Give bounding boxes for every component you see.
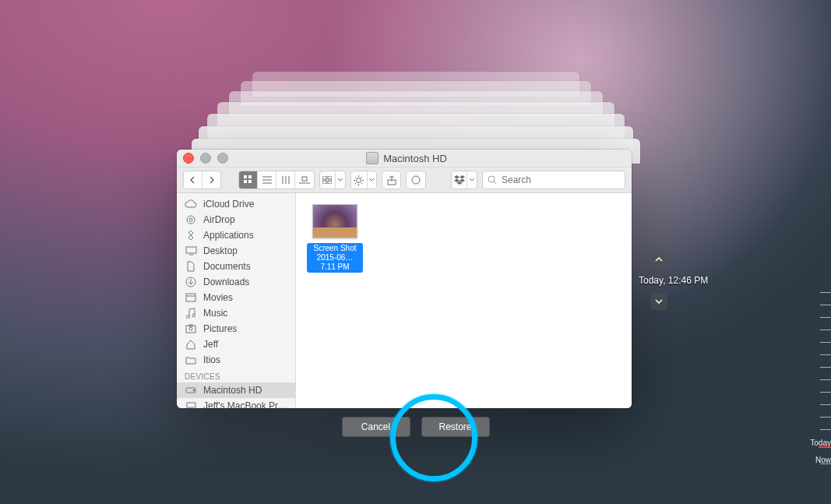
timeline-next-button[interactable]	[650, 293, 667, 310]
svg-line-22	[361, 182, 362, 183]
view-list-button[interactable]	[258, 171, 276, 189]
svg-point-16	[357, 178, 361, 182]
sidebar-item-label: Desktop	[203, 245, 238, 256]
forward-button[interactable]	[202, 171, 220, 189]
sidebar-item-label: Applications	[203, 230, 254, 241]
minimize-icon[interactable]	[200, 153, 211, 164]
action-button[interactable]	[350, 171, 377, 189]
sidebar-item-label: Itios	[203, 354, 220, 365]
desktop-icon	[185, 245, 197, 257]
sidebar-item-label: Jeff	[203, 339, 218, 350]
sidebar-item-applications[interactable]: Applications	[177, 227, 295, 243]
chevron-down-icon	[336, 171, 345, 189]
svg-line-28	[494, 182, 496, 184]
titlebar[interactable]: Macintosh HD	[177, 150, 632, 167]
view-coverflow-button[interactable]	[295, 171, 313, 189]
svg-line-21	[355, 177, 356, 178]
sidebar-item-airdrop[interactable]: AirDrop	[177, 212, 295, 227]
highlight-ring	[390, 394, 477, 481]
svg-rect-2	[244, 180, 247, 183]
sidebar-item-label: Jeff's MacBook Pr…	[203, 400, 287, 408]
sidebar-item-label: Pictures	[203, 323, 237, 334]
chevron-down-icon	[467, 171, 477, 189]
svg-point-29	[189, 218, 192, 221]
svg-point-30	[187, 216, 195, 224]
sidebar-item-home[interactable]: Jeff	[177, 337, 295, 352]
finder-window: Macintosh HD	[177, 150, 632, 408]
sidebar-item-pictures[interactable]: Pictures	[177, 321, 295, 337]
search-field[interactable]	[482, 171, 625, 189]
share-button[interactable]	[382, 171, 401, 189]
pictures-icon	[185, 322, 197, 335]
sidebar-device-macbook[interactable]: Jeff's MacBook Pr…	[177, 398, 295, 408]
sidebar-item-desktop[interactable]: Desktop	[177, 243, 295, 259]
timeline[interactable]: Today Now	[787, 284, 831, 495]
search-icon	[488, 175, 497, 185]
sidebar-item-music[interactable]: Music	[177, 305, 295, 321]
sidebar-devices-header: Devices	[177, 368, 295, 382]
fullscreen-icon[interactable]	[217, 153, 228, 164]
svg-rect-12	[322, 176, 326, 179]
sidebar-item-icloud[interactable]: iCloud Drive	[177, 196, 295, 212]
svg-line-24	[361, 177, 362, 178]
timeline-current-label: Today, 12:46 PM	[639, 275, 708, 286]
svg-rect-10	[302, 177, 307, 181]
file-name: 2015-06…7.11 PM	[317, 253, 354, 271]
airdrop-icon	[185, 213, 197, 226]
svg-rect-1	[248, 175, 252, 178]
folder-icon	[185, 354, 197, 366]
sidebar-item-label: Downloads	[203, 277, 249, 287]
view-switch	[238, 171, 314, 189]
app-icon	[185, 229, 197, 241]
svg-point-41	[193, 389, 195, 391]
svg-point-27	[488, 176, 495, 182]
movie-icon	[185, 291, 197, 304]
cloud-icon	[185, 198, 197, 210]
window-title: Macintosh HD	[383, 153, 447, 164]
svg-rect-14	[322, 181, 326, 184]
sidebar: iCloud Drive AirDrop Applications Deskto…	[177, 193, 296, 408]
sidebar-item-movies[interactable]: Movies	[177, 290, 295, 305]
sidebar-item-documents[interactable]: Documents	[177, 259, 295, 274]
sidebar-item-label: AirDrop	[203, 214, 235, 225]
music-icon	[185, 307, 197, 319]
drive-icon	[366, 152, 379, 164]
timeline-prev-button[interactable]	[650, 251, 667, 268]
svg-rect-42	[187, 403, 195, 407]
svg-rect-3	[248, 180, 252, 183]
laptop-icon	[185, 400, 197, 408]
sidebar-item-folder[interactable]: Itios	[177, 352, 295, 368]
sidebar-item-label: Documents	[203, 261, 251, 272]
sidebar-item-label: Movies	[203, 292, 233, 303]
svg-point-26	[412, 176, 420, 184]
drive-icon	[185, 384, 197, 397]
svg-rect-15	[328, 181, 332, 184]
file-area[interactable]: Screen Shot 2015-06…7.11 PM	[296, 193, 632, 408]
sidebar-item-label: iCloud Drive	[203, 199, 254, 210]
svg-point-38	[189, 327, 192, 330]
back-button[interactable]	[184, 171, 202, 189]
nav-buttons	[183, 171, 221, 189]
close-icon[interactable]	[183, 153, 194, 164]
svg-rect-0	[244, 175, 247, 178]
sidebar-device-macintosh-hd[interactable]: Macintosh HD	[177, 382, 295, 398]
file-name: Screen Shot	[313, 244, 356, 252]
arrange-button[interactable]	[319, 171, 346, 189]
download-icon	[185, 276, 197, 288]
chevron-down-icon	[368, 171, 377, 189]
file-item[interactable]: Screen Shot 2015-06…7.11 PM	[307, 204, 363, 273]
doc-icon	[185, 260, 197, 273]
search-input[interactable]	[500, 174, 620, 186]
view-columns-button[interactable]	[276, 171, 295, 189]
dropbox-button[interactable]	[451, 171, 477, 189]
svg-point-36	[192, 314, 195, 317]
sidebar-item-label: Macintosh HD	[203, 385, 262, 396]
toolbar	[177, 167, 632, 193]
file-thumbnail	[312, 204, 357, 238]
view-icon-button[interactable]	[239, 171, 258, 189]
svg-rect-34	[186, 294, 195, 301]
sidebar-item-label: Music	[203, 308, 227, 319]
svg-rect-31	[186, 247, 196, 253]
sidebar-item-downloads[interactable]: Downloads	[177, 274, 295, 290]
tags-button[interactable]	[406, 171, 425, 189]
